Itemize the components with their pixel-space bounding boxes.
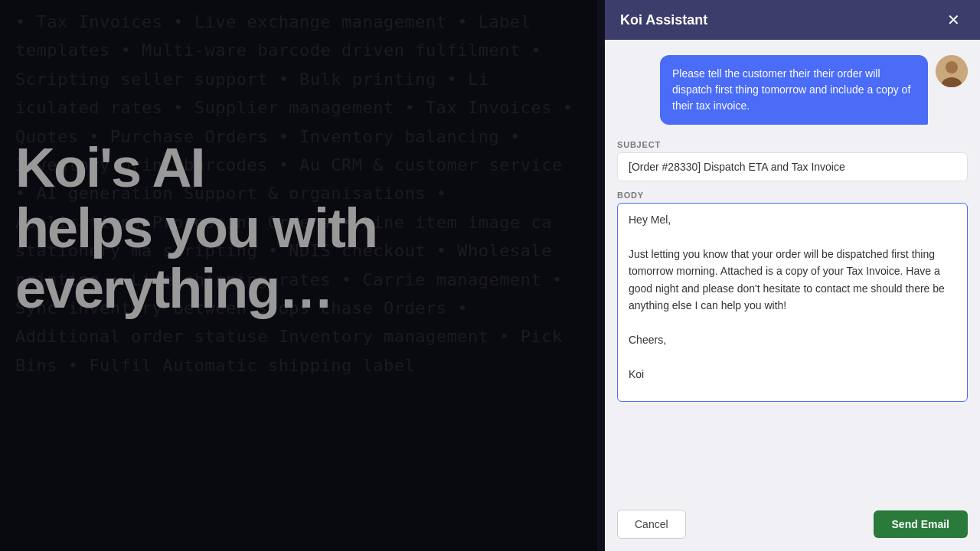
chat-bubble-row: Please tell the customer their their ord… [617,55,968,125]
subject-input[interactable] [617,152,968,181]
subject-label: SUBJECT [617,140,968,149]
form-area: SUBJECT BODY [605,132,980,500]
close-button[interactable]: ✕ [942,11,965,29]
koi-assistant-modal: Koi Assistant ✕ Please tell the customer… [605,0,980,551]
body-field-group: BODY [617,191,968,402]
send-email-button[interactable]: Send Email [874,510,968,538]
subject-field-group: SUBJECT [617,140,968,181]
body-textarea[interactable] [617,203,968,402]
svg-point-1 [946,61,958,73]
modal-footer: Cancel Send Email [605,500,980,551]
modal-title: Koi Assistant [620,12,707,28]
modal-header: Koi Assistant ✕ [605,0,980,40]
chat-bubble: Please tell the customer their their ord… [660,55,928,125]
chat-area: Please tell the customer their their ord… [605,40,980,132]
body-label: BODY [617,191,968,200]
cancel-button[interactable]: Cancel [617,510,686,539]
avatar [936,55,968,87]
